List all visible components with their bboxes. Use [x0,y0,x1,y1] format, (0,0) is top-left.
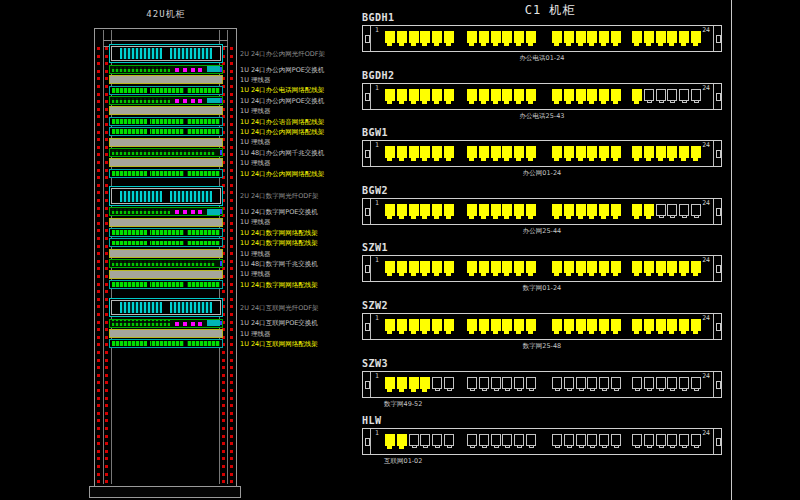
rj45-port-used [679,261,689,273]
panel-ear-right [713,26,721,51]
rj45-port-tab [387,43,392,46]
panel-name: SZW1 [362,242,388,253]
rj45-port-used [420,377,430,389]
rack-device-manager [109,329,223,338]
rj45-port-tab [647,100,652,103]
rj45-port-tab [482,388,487,391]
rj45-port-used [432,31,442,43]
rj45-port-tab [411,158,416,161]
rj45-port-used [385,434,395,446]
rack-unit-label: 1U 24口数字网网络配线架 [240,282,318,289]
rj45-port-tab [670,445,675,448]
rj45-port-tab [589,101,594,104]
rack-device-patch [109,339,223,348]
rj45-port-tab [681,331,686,334]
rj45-port-used [552,31,562,43]
rj45-port-empty [667,89,677,101]
rack-device-manager [109,138,223,147]
rj45-port-tab [682,445,687,448]
patch-group-divider [184,129,187,135]
rack-device-manager [109,270,223,279]
rj45-port-used [467,146,477,158]
rj45-port-tab [590,445,595,448]
panel-ear-hole [716,438,721,446]
rj45-port-empty [656,377,666,389]
rj45-port-used [552,319,562,331]
rj45-port-used [467,319,477,331]
rj45-port-used [444,31,454,43]
rj45-port-tab [504,158,509,161]
rj45-port-tab [601,101,606,104]
rj45-port-tab [482,445,487,448]
rj45-port-empty [691,434,701,446]
panel-name: BGW1 [362,127,388,138]
rj45-port-empty [632,377,642,389]
rj45-port-used [587,89,597,101]
rj45-port-tab [613,216,618,219]
rj45-port-used [502,204,512,216]
rj45-port-empty [667,204,677,216]
rj45-port-tab [411,101,416,104]
rj45-port-tab [387,273,392,276]
rj45-port-used [599,31,609,43]
rj45-port-tab [635,388,640,391]
rj45-port-empty [576,434,586,446]
rj45-port-tab [504,216,509,219]
patch-port-row [112,88,220,93]
port-number-first: 1 [375,27,379,34]
rj45-port-used [420,89,430,101]
rj45-port-empty [526,377,536,389]
rj45-port-empty [479,434,489,446]
rj45-port-empty [514,377,524,389]
patch-panel: 124 [362,198,722,225]
rj45-port-tab [504,43,509,46]
rack-device-patch [109,117,223,126]
rj45-port-tab [693,43,698,46]
port-number-first: 1 [375,200,379,207]
rj45-port-used [667,261,677,273]
port-group [552,261,621,273]
rj45-port-tab [601,158,606,161]
rj45-port-used [632,261,642,273]
rj45-port-tab [399,216,404,219]
rj45-port-tab [566,43,571,46]
rj45-port-tab [493,158,498,161]
rj45-port-used [552,146,562,158]
rj45-port-tab [646,273,651,276]
rj45-port-tab [566,216,571,219]
rj45-port-empty [667,377,677,389]
rj45-port-used [502,319,512,331]
rj45-port-used [491,319,501,331]
rj45-port-empty [514,434,524,446]
rj45-port-tab [446,158,451,161]
port-group [632,434,701,446]
switch-indicator-led [175,322,179,326]
switch-uplink-block [207,66,219,72]
rj45-port-tab [493,331,498,334]
rj45-port-tab [422,101,427,104]
rj45-port-tab [613,273,618,276]
patch-port-row [112,230,220,235]
panel-ear-left [363,256,371,281]
panel-ear-hole [365,438,370,446]
rj45-port-used [397,434,407,446]
rj45-port-tab [411,216,416,219]
fiber-module-cluster [120,48,161,59]
port-group [385,434,454,446]
rj45-port-tab [469,331,474,334]
panel-ear-hole [716,323,721,331]
rack-device-manager [109,106,223,115]
rj45-port-tab [399,43,404,46]
port-group [632,319,701,331]
rj45-port-used [552,204,562,216]
rj45-port-empty [564,434,574,446]
rj45-port-used [576,204,586,216]
rj45-port-tab [411,43,416,46]
rj45-port-tab [412,445,417,448]
patch-group-divider [147,230,150,236]
rj45-port-used [632,319,642,331]
rj45-port-used [491,261,501,273]
rj45-port-used [552,89,562,101]
panel-name: HLW [362,415,382,426]
rj45-port-tab [446,216,451,219]
